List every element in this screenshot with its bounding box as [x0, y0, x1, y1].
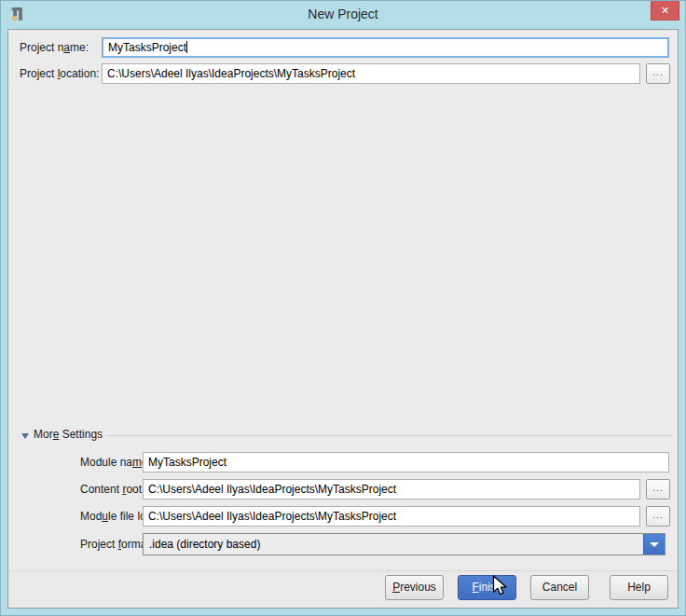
close-button[interactable]: ✕ [651, 1, 679, 21]
ellipsis-icon: ... [652, 67, 663, 77]
module-name-input[interactable]: MyTasksProject [143, 452, 669, 472]
project-name-label: Project name: [20, 37, 89, 58]
module-file-location-browse-button[interactable]: ... [646, 506, 670, 527]
project-format-select[interactable]: .idea (directory based) [143, 533, 665, 555]
new-project-dialog: New Project ✕ Project name: MyTasksProje… [0, 0, 686, 616]
project-location-browse-button[interactable]: ... [646, 63, 670, 84]
project-location-label: Project location: [20, 63, 99, 84]
content-root-label: Content root: [80, 479, 144, 500]
help-button[interactable]: Help [610, 575, 668, 600]
dropdown-button[interactable] [643, 534, 665, 554]
intellij-logo-icon [9, 7, 25, 22]
chevron-down-icon [650, 542, 659, 547]
project-name-input[interactable]: MyTasksProject [102, 37, 669, 58]
ellipsis-icon: ... [652, 510, 663, 520]
text-caret [186, 41, 187, 53]
mouse-cursor-icon [492, 575, 509, 599]
cancel-button[interactable]: Cancel [530, 575, 589, 600]
collapse-triangle-icon[interactable] [21, 433, 29, 439]
close-icon: ✕ [661, 5, 669, 16]
previous-button[interactable]: Previous [385, 575, 444, 600]
more-settings-header[interactable]: More Settings [34, 428, 103, 441]
content-root-browse-button[interactable]: ... [646, 479, 670, 500]
project-location-input[interactable]: C:\Users\Adeel Ilyas\IdeaProjects\MyTask… [102, 63, 640, 84]
module-file-location-input[interactable]: C:\Users\Adeel Ilyas\IdeaProjects\MyTask… [143, 506, 640, 527]
more-settings-separator [106, 435, 673, 436]
title-bar[interactable]: New Project ✕ [1, 1, 685, 29]
content-root-input[interactable]: C:\Users\Adeel Ilyas\IdeaProjects\MyTask… [143, 479, 640, 500]
module-name-label: Module name: [80, 452, 151, 472]
ellipsis-icon: ... [652, 483, 663, 493]
dialog-title: New Project [308, 7, 377, 21]
